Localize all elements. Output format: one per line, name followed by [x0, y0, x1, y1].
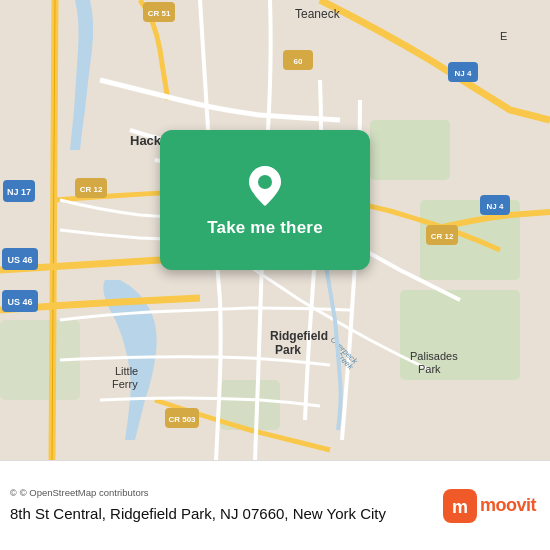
- moovit-logo: m moovit: [443, 489, 536, 523]
- osm-credit-text: © OpenStreetMap contributors: [20, 487, 149, 498]
- svg-text:NJ 17: NJ 17: [7, 187, 31, 197]
- take-me-there-card[interactable]: Take me there: [160, 130, 370, 270]
- svg-rect-1: [370, 120, 450, 180]
- svg-text:E: E: [500, 30, 507, 42]
- moovit-text: moovit: [480, 495, 536, 516]
- svg-text:NJ 4: NJ 4: [487, 202, 504, 211]
- bottom-info: © © OpenStreetMap contributors 8th St Ce…: [10, 487, 443, 524]
- svg-text:US 46: US 46: [7, 255, 32, 265]
- svg-text:NJ 4: NJ 4: [455, 69, 472, 78]
- svg-text:CR 503: CR 503: [168, 415, 196, 424]
- location-pin-icon: [241, 162, 289, 210]
- svg-text:Park: Park: [275, 343, 301, 357]
- svg-text:60: 60: [294, 57, 303, 66]
- svg-text:Park: Park: [418, 363, 441, 375]
- moovit-icon: m: [443, 489, 477, 523]
- address-line: 8th St Central, Ridgefield Park, NJ 0766…: [10, 504, 443, 524]
- svg-text:Ridgefield: Ridgefield: [270, 329, 328, 343]
- svg-text:m: m: [452, 497, 468, 517]
- svg-text:CR 12: CR 12: [431, 232, 454, 241]
- svg-text:CR 51: CR 51: [148, 9, 171, 18]
- svg-text:Ferry: Ferry: [112, 378, 138, 390]
- map-container[interactable]: NJ 17 US 46 US 46 NJ 4 NJ 4 CR 51 CR 12 …: [0, 0, 550, 460]
- moovit-logo-area: m moovit: [443, 489, 536, 523]
- bottom-bar: © © OpenStreetMap contributors 8th St Ce…: [0, 460, 550, 550]
- svg-text:CR 12: CR 12: [80, 185, 103, 194]
- svg-text:Teaneck: Teaneck: [295, 7, 341, 21]
- take-me-there-label: Take me there: [207, 218, 323, 238]
- copyright-symbol: ©: [10, 488, 17, 498]
- osm-credit: © © OpenStreetMap contributors: [10, 487, 443, 498]
- svg-text:Palisades: Palisades: [410, 350, 458, 362]
- svg-text:Little: Little: [115, 365, 138, 377]
- svg-text:US 46: US 46: [7, 297, 32, 307]
- svg-point-38: [258, 175, 272, 189]
